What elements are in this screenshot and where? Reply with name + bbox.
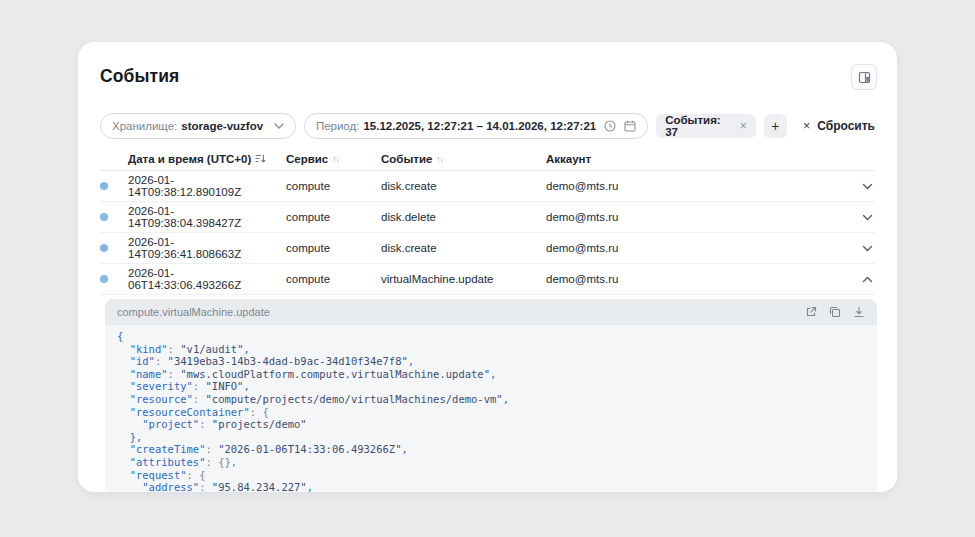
events-count-chip-label: События: 37 bbox=[665, 114, 734, 138]
chevron-down-icon bbox=[862, 183, 873, 190]
storage-filter-label: Хранилище: bbox=[112, 120, 177, 132]
reset-filters-button[interactable]: × Сбросить bbox=[803, 119, 875, 133]
table-row[interactable]: 2026-01-14T09:38:04.398427Zcomputedisk.d… bbox=[100, 202, 875, 233]
status-dot-icon bbox=[100, 213, 108, 221]
detail-code[interactable]: {"kind": "v1/audit","id": "3419eba3-14b3… bbox=[105, 325, 877, 492]
code-line: "request": { bbox=[117, 469, 865, 482]
remove-chip-icon[interactable]: × bbox=[740, 120, 747, 132]
chevron-down-icon bbox=[274, 123, 284, 129]
event-service: compute bbox=[286, 242, 381, 254]
code-line: "severity": "INFO", bbox=[117, 380, 865, 393]
column-header-event[interactable]: Событие ↑↓ bbox=[381, 153, 546, 165]
period-filter[interactable]: Период: 15.12.2025, 12:27:21 – 14.01.202… bbox=[304, 113, 648, 139]
sort-icon[interactable]: ↑↓ bbox=[436, 154, 443, 164]
event-datetime: 2026-01-06T14:33:06.493266Z bbox=[128, 267, 286, 291]
status-cell bbox=[100, 275, 128, 283]
open-in-new-icon bbox=[805, 306, 817, 318]
table-row[interactable]: 2026-01-14T09:36:41.808663Zcomputedisk.c… bbox=[100, 233, 875, 264]
status-cell bbox=[100, 182, 128, 190]
expand-cell bbox=[845, 274, 875, 285]
chevron-down-icon bbox=[862, 245, 873, 252]
filters-toolbar: Хранилище: storage-vuzfov Период: 15.12.… bbox=[100, 113, 875, 139]
event-detail-panel: compute.virtualMachine.update bbox=[105, 299, 877, 492]
open-in-new-button[interactable] bbox=[805, 306, 817, 318]
column-header-datetime[interactable]: Дата и время (UTC+0) bbox=[128, 153, 286, 165]
event-datetime: 2026-01-14T09:38:04.398427Z bbox=[128, 205, 286, 229]
reset-filters-label: Сбросить bbox=[817, 119, 875, 133]
code-line: "kind": "v1/audit", bbox=[117, 343, 865, 356]
event-account: demo@mts.ru bbox=[546, 211, 845, 223]
event-account: demo@mts.ru bbox=[546, 180, 845, 192]
page-title: События bbox=[100, 66, 875, 87]
event-name: disk.create bbox=[381, 180, 546, 192]
download-icon bbox=[853, 306, 865, 318]
code-line: { bbox=[117, 330, 865, 343]
code-line: "id": "3419eba3-14b3-4dad-b9ac-34d10f34e… bbox=[117, 355, 865, 368]
event-service: compute bbox=[286, 273, 381, 285]
expand-cell bbox=[845, 243, 875, 254]
clock-icon[interactable] bbox=[604, 120, 616, 132]
sort-icon[interactable]: ↑↓ bbox=[332, 154, 339, 164]
code-line: "attributes": {}, bbox=[117, 456, 865, 469]
period-filter-value: 15.12.2025, 12:27:21 – 14.01.2026, 12:27… bbox=[363, 120, 596, 132]
event-name: disk.create bbox=[381, 242, 546, 254]
chevron-up-icon bbox=[862, 276, 873, 283]
column-header-service[interactable]: Сервис ↑↓ bbox=[286, 153, 381, 165]
table-row[interactable]: 2026-01-14T09:38:12.890109Zcomputedisk.c… bbox=[100, 171, 875, 202]
event-account: demo@mts.ru bbox=[546, 273, 845, 285]
event-datetime: 2026-01-14T09:38:12.890109Z bbox=[128, 174, 286, 198]
event-datetime: 2026-01-14T09:36:41.808663Z bbox=[128, 236, 286, 260]
event-detail-title: compute.virtualMachine.update bbox=[117, 306, 270, 318]
sort-descending-icon[interactable] bbox=[255, 153, 266, 164]
status-dot-icon bbox=[100, 182, 108, 190]
log-panel-icon bbox=[858, 71, 871, 84]
event-service: compute bbox=[286, 180, 381, 192]
events-table-body: 2026-01-14T09:38:12.890109Zcomputedisk.c… bbox=[100, 171, 875, 295]
event-service: compute bbox=[286, 211, 381, 223]
code-line: "project": "projects/demo" bbox=[117, 418, 865, 431]
log-panel-button[interactable] bbox=[851, 64, 877, 90]
code-line: "resourceContainer": { bbox=[117, 406, 865, 419]
storage-filter-select[interactable]: Хранилище: storage-vuzfov bbox=[100, 113, 296, 139]
expand-row-button[interactable] bbox=[860, 212, 875, 223]
code-line: }, bbox=[117, 431, 865, 444]
period-filter-label: Период: bbox=[316, 120, 360, 132]
expand-cell bbox=[845, 181, 875, 192]
status-cell bbox=[100, 244, 128, 252]
status-dot-icon bbox=[100, 275, 108, 283]
expand-row-button[interactable] bbox=[860, 181, 875, 192]
events-card: События Хранилище: storage-vuzfov Период… bbox=[78, 42, 897, 492]
code-line: "address": "95.84.234.227", bbox=[117, 481, 865, 492]
event-detail-header: compute.virtualMachine.update bbox=[105, 299, 877, 325]
column-header-account: Аккаунт bbox=[546, 153, 845, 165]
copy-button[interactable] bbox=[829, 306, 841, 318]
event-account: demo@mts.ru bbox=[546, 242, 845, 254]
expand-cell bbox=[845, 212, 875, 223]
download-button[interactable] bbox=[853, 306, 865, 318]
code-line: "createTime": "2026-01-06T14:33:06.49326… bbox=[117, 443, 865, 456]
table-row[interactable]: 2026-01-06T14:33:06.493266Zcomputevirtua… bbox=[100, 264, 875, 295]
event-name: virtualMachine.update bbox=[381, 273, 546, 285]
collapse-row-button[interactable] bbox=[860, 274, 875, 285]
storage-filter-value: storage-vuzfov bbox=[181, 120, 263, 132]
table-header: Дата и время (UTC+0) Сервис ↑↓ Событие ↑… bbox=[100, 147, 875, 171]
status-cell bbox=[100, 213, 128, 221]
event-name: disk.delete bbox=[381, 211, 546, 223]
add-filter-button[interactable]: + bbox=[764, 114, 787, 138]
chevron-down-icon bbox=[862, 214, 873, 221]
code-line: "name": "mws.cloudPlatform.compute.virtu… bbox=[117, 368, 865, 381]
calendar-icon[interactable] bbox=[624, 120, 636, 132]
close-icon: × bbox=[803, 119, 810, 133]
status-dot-icon bbox=[100, 244, 108, 252]
expand-row-button[interactable] bbox=[860, 243, 875, 254]
code-line: "resource": "compute/projects/demo/virtu… bbox=[117, 393, 865, 406]
copy-icon bbox=[829, 306, 841, 318]
events-count-chip[interactable]: События: 37 × bbox=[656, 114, 756, 138]
